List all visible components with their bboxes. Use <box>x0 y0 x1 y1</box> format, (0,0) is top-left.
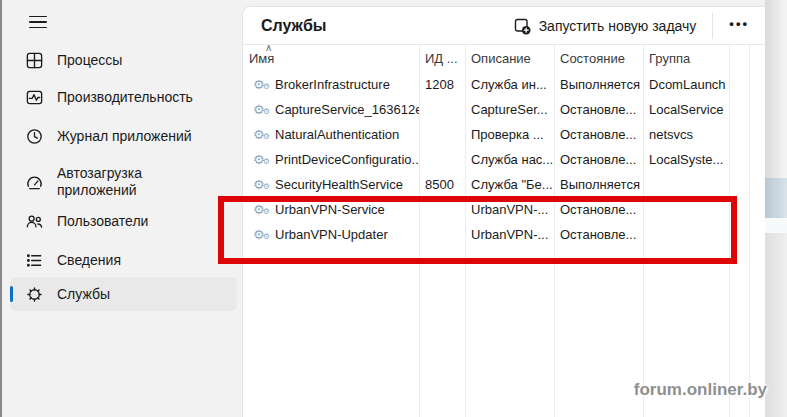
sidebar-item-label: Производительность <box>57 89 217 106</box>
header-divider <box>712 13 713 39</box>
service-name-cell: ⚙CaptureService_163612e <box>243 102 419 117</box>
run-new-task-button[interactable]: Запустить новую задачу <box>504 13 707 40</box>
sidebar-item-label: Процессы <box>57 52 217 69</box>
service-pid-cell: 1208 <box>419 77 465 92</box>
service-row[interactable]: ⚙BrokerInfrastructure1208Служба ин...Вып… <box>243 72 767 97</box>
sidebar-item-services[interactable]: Службы <box>10 277 237 311</box>
sidebar-item-app-history[interactable]: Журнал приложений <box>10 119 237 153</box>
service-name: CaptureService_163612e <box>275 102 419 117</box>
table-header-row: ∧ Имя ИД ... Описание Состояние Группа <box>243 45 767 72</box>
sidebar-item-label: Автозагрузка приложений <box>57 165 217 199</box>
service-group-cell: LocalSyste... <box>643 152 729 167</box>
service-gear-icon: ⚙ <box>253 103 268 116</box>
sidebar-item-label: Журнал приложений <box>57 128 217 145</box>
menu-toggle-button[interactable] <box>24 10 52 34</box>
run-new-task-label: Запустить новую задачу <box>539 18 697 34</box>
services-icon <box>24 284 44 304</box>
service-status-cell: Выполняется <box>554 177 643 192</box>
service-gear-icon: ⚙ <box>253 128 268 141</box>
service-group-cell: DcomLaunch <box>643 77 729 92</box>
service-status-cell: Выполняется <box>554 77 643 92</box>
service-status-cell: Остановле... <box>554 202 643 217</box>
service-pid-cell: 8500 <box>419 177 465 192</box>
service-name-cell: ⚙BrokerInfrastructure <box>243 77 419 92</box>
service-gear-icon: ⚙ <box>253 228 268 241</box>
sidebar: ПроцессыПроизводительностьЖурнал приложе… <box>4 0 242 417</box>
services-pane: Службы Запустить новую задачу <box>242 6 767 417</box>
service-name-cell: ⚙NaturalAuthentication <box>243 127 419 142</box>
column-header-description[interactable]: Описание <box>465 51 554 66</box>
processes-icon <box>24 50 44 70</box>
service-status-cell: Остановле... <box>554 227 643 242</box>
service-description-cell: UrbanVPN-... <box>465 227 554 242</box>
column-header-group[interactable]: Группа <box>643 51 729 66</box>
service-name-cell: ⚙SecurityHealthService <box>243 177 419 192</box>
service-name-cell: ⚙UrbanVPN-Service <box>243 202 419 217</box>
column-header-name[interactable]: Имя <box>243 51 419 66</box>
service-gear-icon: ⚙ <box>253 78 268 91</box>
performance-icon <box>24 87 44 107</box>
service-status-cell: Остановле... <box>554 152 643 167</box>
service-gear-icon: ⚙ <box>253 203 268 216</box>
service-gear-icon: ⚙ <box>253 178 268 191</box>
service-name-cell: ⚙PrintDeviceConfiguratio... <box>243 152 419 167</box>
sidebar-item-processes[interactable]: Процессы <box>10 43 237 77</box>
column-divider[interactable] <box>465 45 466 417</box>
column-divider[interactable] <box>419 45 420 417</box>
service-description-cell: Служба нас... <box>465 152 554 167</box>
service-row[interactable]: ⚙SecurityHealthService8500Служба "Бе...В… <box>243 172 767 197</box>
service-name-cell: ⚙UrbanVPN-Updater <box>243 227 419 242</box>
column-divider <box>749 45 750 417</box>
service-row[interactable]: ⚙UrbanVPN-UpdaterUrbanVPN-...Остановле..… <box>243 222 767 247</box>
new-task-icon <box>514 18 531 35</box>
service-name: NaturalAuthentication <box>275 127 399 142</box>
services-table: ∧ Имя ИД ... Описание Состояние Группа ⚙… <box>243 45 767 417</box>
service-description-cell: Служба ин... <box>465 77 554 92</box>
service-group-cell: netsvcs <box>643 127 729 142</box>
service-name: UrbanVPN-Service <box>275 202 385 217</box>
task-manager-window: ПроцессыПроизводительностьЖурнал приложе… <box>0 0 765 417</box>
sidebar-item-details[interactable]: Сведения <box>10 243 237 277</box>
service-description-cell: Служба "Бе... <box>465 177 554 192</box>
service-status-cell: Остановле... <box>554 102 643 117</box>
service-description-cell: CaptureSer... <box>465 102 554 117</box>
column-divider[interactable] <box>729 45 730 417</box>
sidebar-item-label: Пользователи <box>57 213 217 230</box>
column-header-status[interactable]: Состояние <box>554 51 643 66</box>
service-name: BrokerInfrastructure <box>275 77 390 92</box>
service-name: SecurityHealthService <box>275 177 403 192</box>
service-status-cell: Остановле... <box>554 127 643 142</box>
sort-ascending-icon: ∧ <box>265 45 272 53</box>
details-icon <box>24 250 44 270</box>
service-row[interactable]: ⚙UrbanVPN-ServiceUrbanVPN-...Остановле..… <box>243 197 767 222</box>
sidebar-item-startup[interactable]: Автозагрузка приложений <box>10 160 237 204</box>
service-gear-icon: ⚙ <box>253 153 268 166</box>
pane-header: Службы Запустить новую задачу <box>243 7 767 45</box>
sidebar-item-label: Сведения <box>57 252 217 269</box>
service-name: PrintDeviceConfiguratio... <box>275 152 419 167</box>
sidebar-item-performance[interactable]: Производительность <box>10 80 237 114</box>
selected-indicator <box>10 286 13 302</box>
sidebar-item-label: Службы <box>57 286 217 303</box>
service-description-cell: UrbanVPN-... <box>465 202 554 217</box>
column-divider[interactable] <box>643 45 644 417</box>
service-name: UrbanVPN-Updater <box>275 227 388 242</box>
task-manager-screenshot: ПроцессыПроизводительностьЖурнал приложе… <box>0 0 787 417</box>
service-row[interactable]: ⚙NaturalAuthenticationПроверка ...Остано… <box>243 122 767 147</box>
column-header-pid[interactable]: ИД ... <box>419 51 465 66</box>
column-divider[interactable] <box>554 45 555 417</box>
service-row[interactable]: ⚙CaptureService_163612eCaptureSer...Оста… <box>243 97 767 122</box>
users-icon <box>24 211 44 231</box>
service-group-cell: LocalService <box>643 102 729 117</box>
background-window-strip <box>765 0 787 417</box>
page-title: Службы <box>261 17 327 35</box>
service-description-cell: Проверка ... <box>465 127 554 142</box>
app-history-icon <box>24 126 44 146</box>
startup-icon <box>24 172 44 192</box>
sidebar-item-users[interactable]: Пользователи <box>10 204 237 238</box>
service-row[interactable]: ⚙PrintDeviceConfiguratio...Служба нас...… <box>243 147 767 172</box>
more-options-button[interactable]: ••• <box>719 12 759 41</box>
watermark-text: forum.onliner.by <box>634 380 767 400</box>
